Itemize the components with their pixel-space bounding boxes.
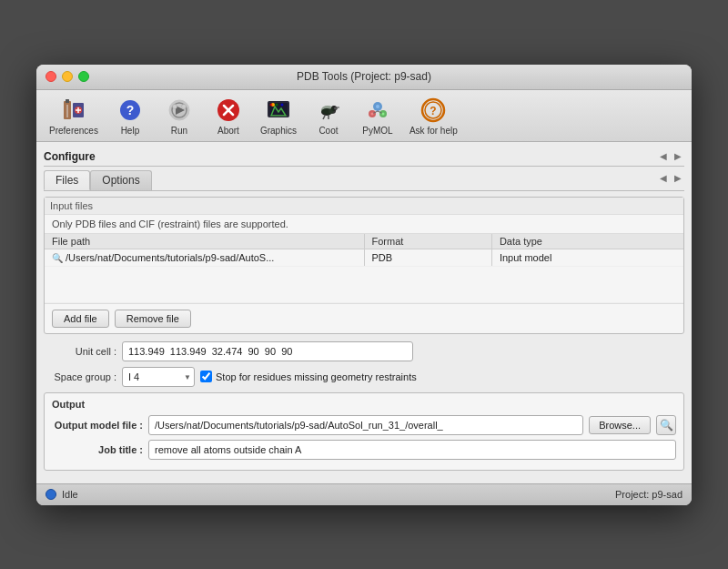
table-row[interactable]: 🔍 /Users/nat/Documents/tutorials/p9-sad/… (45, 249, 683, 266)
preferences-icon (59, 96, 88, 125)
tab-nav: ◀ ▶ (657, 172, 684, 184)
svg-point-12 (181, 104, 186, 108)
toolbar-help[interactable]: ? Help (107, 94, 153, 137)
col-header-format: Format (364, 234, 491, 249)
unit-cell-label: Unit cell : (44, 346, 116, 357)
file-path-cell: 🔍 /Users/nat/Documents/tutorials/p9-sad/… (45, 249, 364, 266)
run-label: Run (171, 126, 187, 136)
status-text: Idle (62, 489, 78, 500)
content-area: Configure ◀ ▶ Files Options ◀ ▶ Input fi… (36, 142, 692, 483)
stop-checkbox-label[interactable]: Stop for residues missing geometry restr… (200, 371, 417, 382)
col-header-path: File path (45, 234, 364, 249)
svg-text:?: ? (126, 103, 135, 117)
tab-options[interactable]: Options (90, 170, 151, 190)
project-text: Project: p9-sad (615, 489, 682, 500)
file-datatype-cell: Input model (491, 249, 683, 266)
output-label: Output (52, 399, 676, 410)
svg-line-28 (323, 116, 325, 119)
abort-label: Abort (217, 126, 239, 136)
stop-checkbox[interactable] (200, 371, 212, 382)
nav-next-arrow[interactable]: ▶ (672, 150, 684, 162)
titlebar: PDB Tools (Project: p9-sad) (36, 65, 692, 90)
toolbar-graphics[interactable]: Graphics (255, 94, 302, 137)
file-table: File path Format Data type 🔍 /Users/nat/… (45, 234, 683, 303)
output-model-label: Output model file : (52, 420, 143, 431)
abort-icon (214, 96, 243, 125)
toolbar-abort[interactable]: Abort (206, 94, 251, 137)
coot-icon (314, 96, 343, 125)
remove-file-button[interactable]: Remove file (115, 310, 191, 328)
job-title-label: Job title : (52, 444, 143, 455)
maximize-button[interactable] (78, 71, 89, 82)
minimize-button[interactable] (62, 71, 73, 82)
svg-rect-1 (66, 99, 69, 103)
svg-point-37 (370, 112, 373, 115)
graphics-label: Graphics (260, 126, 297, 136)
tab-next-arrow[interactable]: ▶ (672, 172, 684, 184)
run-icon (165, 96, 194, 125)
svg-point-20 (269, 103, 272, 106)
svg-point-30 (321, 106, 334, 115)
input-files-section: Input files Only PDB files and CIF (rest… (44, 197, 684, 334)
job-title-row: Job title : (52, 440, 676, 460)
toolbar-coot[interactable]: Coot (306, 94, 351, 137)
pymol-icon (363, 96, 392, 125)
stop-checkbox-text: Stop for residues missing geometry restr… (216, 371, 417, 382)
help-label: Help (121, 126, 140, 136)
svg-point-38 (381, 112, 384, 115)
file-path-value: /Users/nat/Documents/tutorials/p9-sad/Au… (66, 252, 274, 263)
search-button[interactable]: 🔍 (656, 415, 676, 435)
status-indicator (46, 489, 56, 500)
tab-bar: Files Options ◀ ▶ (44, 170, 684, 191)
configure-title: Configure (44, 147, 96, 166)
close-button[interactable] (46, 71, 56, 82)
toolbar-preferences[interactable]: Preferences (44, 94, 104, 137)
window-title: PDB Tools (Project: p9-sad) (297, 70, 431, 83)
askforhelp-label: Ask for help (410, 126, 458, 136)
configure-nav: Configure ◀ ▶ (44, 147, 684, 167)
space-group-label: Space group : (44, 371, 116, 382)
input-files-info: Only PDB files and CIF (restraint) files… (45, 215, 683, 234)
toolbar-askforhelp[interactable]: ? Ask for help (404, 94, 463, 137)
output-model-row: Output model file : Browse... 🔍 (52, 415, 676, 435)
toolbar-run[interactable]: Run (157, 94, 202, 137)
file-icon: 🔍 (52, 253, 63, 263)
file-format-cell: PDB (364, 249, 491, 266)
main-window: PDB Tools (Project: p9-sad) Preferences (36, 65, 692, 505)
unit-cell-input[interactable] (122, 341, 413, 361)
unit-cell-row: Unit cell : (44, 341, 684, 361)
space-group-row: Space group : I 4 ▼ Stop for residues mi… (44, 367, 684, 387)
output-model-input[interactable] (148, 415, 583, 435)
toolbar: Preferences ? Help (36, 90, 692, 142)
pymol-label: PyMOL (362, 126, 392, 136)
file-rows-area: 🔍 /Users/nat/Documents/tutorials/p9-sad/… (45, 249, 683, 302)
coot-label: Coot (318, 126, 338, 136)
svg-text:?: ? (430, 105, 437, 117)
space-group-select[interactable]: I 4 (122, 367, 195, 387)
input-files-label: Input files (45, 198, 683, 215)
toolbar-pymol[interactable]: PyMOL (355, 94, 400, 137)
tab-prev-arrow[interactable]: ◀ (657, 172, 670, 184)
status-left: Idle (46, 489, 78, 500)
tab-files[interactable]: Files (44, 170, 90, 190)
add-file-button[interactable]: Add file (52, 310, 109, 328)
preferences-label: Preferences (49, 126, 98, 136)
help-icon: ? (116, 96, 145, 125)
browse-button[interactable]: Browse... (589, 416, 651, 434)
nav-prev-arrow[interactable]: ◀ (657, 150, 670, 162)
svg-point-22 (280, 103, 283, 106)
statusbar: Idle Project: p9-sad (36, 483, 692, 505)
svg-point-11 (172, 104, 177, 108)
job-title-input[interactable] (148, 440, 676, 460)
output-section: Output Output model file : Browse... 🔍 J… (44, 392, 684, 471)
configure-nav-arrows: ◀ ▶ (657, 150, 684, 162)
svg-point-36 (376, 105, 379, 108)
graphics-icon (264, 96, 293, 125)
svg-point-21 (275, 103, 278, 106)
traffic-lights (46, 71, 89, 82)
file-buttons-row: Add file Remove file (45, 303, 683, 333)
space-group-select-wrapper: I 4 ▼ (122, 367, 195, 387)
col-header-datatype: Data type (491, 234, 683, 249)
askforhelp-icon: ? (419, 96, 448, 125)
